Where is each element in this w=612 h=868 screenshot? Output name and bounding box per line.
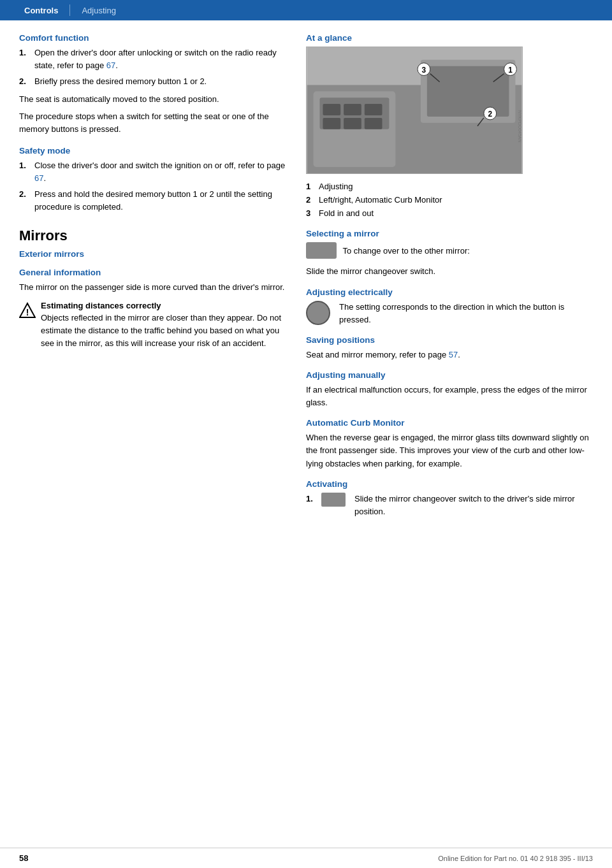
automatic-curb-title: Automatic Curb Monitor: [306, 418, 593, 428]
mirror-diagram: 1 2 3 NYKPDO045AN: [306, 47, 523, 174]
safety-step-1-text: Close the driver's door and switch the i…: [34, 159, 287, 185]
joystick-icon: [306, 301, 330, 325]
exterior-mirrors-title: Exterior mirrors: [19, 249, 287, 259]
caption-2: 2 Left/right, Automatic Curb Monitor: [306, 194, 593, 207]
comfort-step-1: 1. Open the driver's door after unlockin…: [19, 47, 287, 72]
safety-step-2: 2. Press and hold the desired memory but…: [19, 188, 287, 213]
caption-2-num: 2: [306, 194, 315, 207]
saving-positions-text: Seat and mirror memory, refer to page 57…: [306, 349, 593, 361]
caption-1: 1 Adjusting: [306, 180, 593, 194]
page-number: 58: [19, 853, 28, 863]
activating-step-1-num: 1.: [306, 494, 316, 503]
svg-rect-8: [365, 104, 382, 115]
caption-3: 3 Fold in and out: [306, 207, 593, 221]
comfort-function-steps: 1. Open the driver's door after unlockin…: [19, 47, 287, 88]
link-67-safety[interactable]: 67: [34, 173, 43, 183]
caption-1-num: 1: [306, 180, 315, 194]
right-column: At a glance: [306, 33, 593, 526]
adjusting-electrically-body: The setting corresponds to the direction…: [339, 301, 593, 326]
warning-content: Estimating distances correctly Objects r…: [41, 301, 287, 350]
adjusting-electrically-text: The setting corresponds to the direction…: [306, 301, 593, 326]
safety-step-1-num: 1.: [19, 159, 29, 185]
caption-2-text: Left/right, Automatic Curb Monitor: [319, 194, 442, 207]
svg-rect-7: [344, 104, 361, 115]
svg-text:NYKPDO045AN: NYKPDO045AN: [518, 110, 522, 142]
adjusting-manually-text: If an electrical malfunction occurs, for…: [306, 384, 593, 409]
automatic-curb-text: When the reverse gear is engaged, the mi…: [306, 431, 593, 470]
saving-positions-body: Seat and mirror memory, refer to page: [306, 350, 449, 359]
caption-3-text: Fold in and out: [319, 207, 374, 221]
mirrors-title: Mirrors: [19, 228, 287, 244]
selecting-mirror-title: Selecting a mirror: [306, 229, 593, 238]
step-1-text: Open the driver's door after unlocking o…: [34, 47, 287, 72]
warning-body: Objects reflected in the mirror are clos…: [41, 312, 287, 350]
caption-1-text: Adjusting: [319, 180, 353, 194]
svg-text:2: 2: [488, 110, 492, 119]
comfort-para2: The procedure stops when a switch for se…: [19, 110, 287, 136]
activating-title: Activating: [306, 479, 593, 489]
warning-block: ! Estimating distances correctly Objects…: [19, 301, 287, 350]
activating-step-1-text: Slide the mirror changeover switch to th…: [354, 493, 593, 518]
selecting-mirror-body: To change over to the other mirror:: [342, 247, 469, 256]
general-info-text: The mirror on the passenger side is more…: [19, 281, 287, 294]
main-content: Comfort function 1. Open the driver's do…: [0, 20, 612, 545]
warning-title: Estimating distances correctly: [41, 301, 287, 310]
header-divider: [69, 4, 70, 16]
page-footer: 58 Online Edition for Part no. 01 40 2 9…: [0, 848, 612, 868]
step-2-num: 2.: [19, 75, 29, 88]
step-1-num: 1.: [19, 47, 29, 72]
safety-mode-steps: 1. Close the driver's door and switch th…: [19, 159, 287, 214]
svg-rect-9: [323, 118, 340, 129]
caption-3-num: 3: [306, 207, 315, 221]
comfort-step-2: 2. Briefly press the desired memory butt…: [19, 75, 287, 88]
safety-step-2-num: 2.: [19, 188, 29, 213]
comfort-function-title: Comfort function: [19, 33, 287, 43]
saving-positions-after: .: [458, 350, 460, 359]
activating-step-1: 1. Slide the mirror changeover switch to…: [306, 493, 593, 522]
svg-text:3: 3: [422, 66, 426, 75]
saving-positions-title: Saving positions: [306, 335, 593, 345]
safety-mode-title: Safety mode: [19, 146, 287, 156]
mirror-captions: 1 Adjusting 2 Left/right, Automatic Curb…: [306, 180, 593, 220]
tab-adjusting[interactable]: Adjusting: [70, 0, 127, 20]
svg-rect-11: [365, 118, 382, 129]
mirror-switch-icon: [306, 242, 337, 259]
adjusting-manually-title: Adjusting manually: [306, 370, 593, 380]
general-information-title: General information: [19, 268, 287, 277]
link-67-comfort[interactable]: 67: [106, 61, 115, 70]
comfort-para1: The seat is automatically moved to the s…: [19, 93, 287, 106]
step-2-text: Briefly press the desired memory button …: [34, 75, 207, 88]
left-column: Comfort function 1. Open the driver's do…: [19, 33, 287, 526]
small-switch-icon: [321, 493, 346, 507]
adjusting-electrically-title: Adjusting electrically: [306, 287, 593, 297]
at-a-glance-title: At a glance: [306, 33, 593, 43]
svg-text:!: !: [26, 307, 29, 317]
footer-edition: Online Edition for Part no. 01 40 2 918 …: [438, 855, 593, 862]
svg-rect-10: [344, 118, 361, 129]
selecting-mirror-text: To change over to the other mirror:: [306, 242, 593, 261]
svg-rect-13: [427, 66, 509, 117]
tab-controls[interactable]: Controls: [13, 0, 69, 20]
svg-rect-6: [323, 104, 340, 115]
link-57-saving[interactable]: 57: [449, 350, 458, 359]
page-header: Controls Adjusting: [0, 0, 612, 20]
warning-triangle-icon: !: [19, 302, 36, 319]
safety-step-1: 1. Close the driver's door and switch th…: [19, 159, 287, 185]
selecting-mirror-sub: Slide the mirror changeover switch.: [306, 265, 593, 278]
safety-step-2-text: Press and hold the desired memory button…: [34, 188, 287, 213]
svg-text:1: 1: [508, 66, 513, 75]
